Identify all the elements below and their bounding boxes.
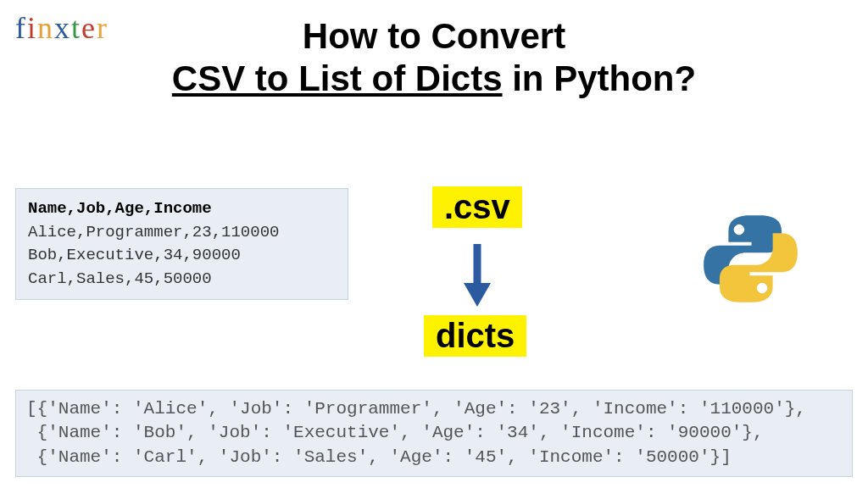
logo-char-i: i (27, 11, 37, 45)
logo-char-n: n (37, 11, 54, 45)
output-line: {'Name': 'Bob', 'Job': 'Executive', 'Age… (26, 423, 764, 442)
svg-marker-1 (464, 283, 491, 307)
csv-row: Bob,Executive,34,90000 (28, 244, 336, 268)
csv-header: Name,Job,Age,Income (28, 197, 336, 221)
output-box: [{'Name': 'Alice', 'Job': 'Programmer', … (15, 390, 853, 477)
python-icon (702, 210, 799, 311)
dicts-badge: dicts (424, 315, 526, 357)
title-suffix: in Python? (503, 58, 697, 98)
logo-char-x: x (54, 11, 71, 45)
title-underline: CSV to List of Dicts (172, 58, 503, 98)
logo-char-e: e (81, 11, 97, 45)
csv-row: Alice,Programmer,23,110000 (28, 221, 336, 245)
logo-char-t: t (71, 11, 81, 45)
logo-char-f: f (15, 11, 27, 45)
brand-logo: finxter (15, 10, 108, 46)
output-line: {'Name': 'Carl', 'Job': 'Sales', 'Age': … (26, 447, 732, 467)
output-line: [{'Name': 'Alice', 'Job': 'Programmer', … (26, 399, 806, 419)
csv-badge: .csv (432, 186, 522, 228)
title-line1: How to Convert (303, 16, 565, 56)
page-title: How to Convert CSV to List of Dicts in P… (0, 15, 868, 101)
logo-char-r: r (97, 11, 108, 45)
arrow-down-icon (460, 241, 494, 310)
csv-row: Carl,Sales,45,50000 (28, 268, 336, 291)
csv-input-box: Name,Job,Age,Income Alice,Programmer,23,… (15, 188, 348, 300)
